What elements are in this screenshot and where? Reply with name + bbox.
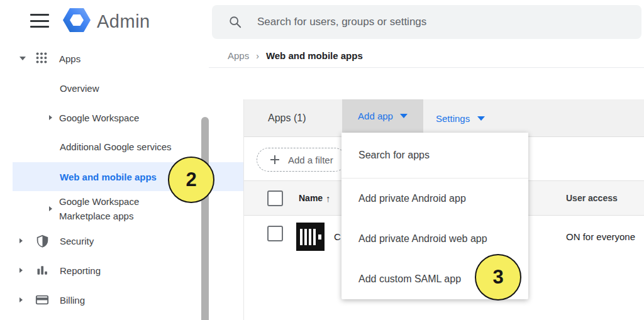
sidebar-item-security[interactable]: Security — [0, 226, 209, 255]
menu-item-add-private-android-web-app[interactable]: Add private Android web app — [341, 219, 528, 259]
sidebar-item-overview[interactable]: Overview — [0, 74, 269, 102]
sidebar-item-label: Reporting — [60, 265, 101, 276]
search-icon — [228, 15, 242, 29]
bar-chart-icon — [35, 264, 49, 277]
apps-count-title: Apps (1) — [268, 99, 306, 137]
sidebar-item-apps[interactable]: Apps — [0, 44, 209, 73]
chevron-right-icon[interactable] — [19, 268, 23, 273]
sidebar-item-billing[interactable]: Billing — [0, 285, 209, 314]
add-app-button[interactable]: Add app — [342, 99, 423, 133]
sidebar-item-google-workspace[interactable]: Google Workspace — [0, 103, 258, 132]
brand-title: Admin — [97, 11, 150, 32]
sidebar-item-label: Google Workspace Marketplace apps — [59, 194, 155, 224]
settings-label: Settings — [436, 113, 470, 124]
menu-item-add-private-android-app[interactable]: Add private Android app — [341, 179, 528, 219]
header-divider — [209, 67, 644, 68]
apps-grid-icon — [35, 51, 48, 67]
row-checkbox[interactable] — [267, 226, 283, 241]
app-name-cell[interactable]: C — [334, 216, 341, 257]
menu-item-search-for-apps[interactable]: Search for apps — [341, 133, 528, 178]
breadcrumb-current: Web and mobile apps — [266, 50, 363, 61]
user-access-column-header: User access — [566, 181, 618, 215]
sidebar-item-label: Billing — [60, 295, 85, 306]
admin-hexagon-icon — [63, 8, 91, 35]
shield-icon — [35, 234, 49, 248]
annotation-step-2-badge: 2 — [168, 157, 214, 203]
add-app-label: Add app — [358, 111, 393, 121]
sidebar-scrollbar[interactable] — [201, 117, 209, 320]
sort-ascending-icon[interactable]: ↑ — [326, 181, 331, 215]
name-column-header[interactable]: Name — [299, 181, 323, 215]
chevron-down-icon[interactable] — [19, 57, 26, 60]
search-input[interactable] — [256, 15, 611, 29]
select-all-checkbox[interactable] — [267, 190, 283, 206]
menu-hamburger-icon[interactable] — [30, 14, 49, 28]
chevron-right-icon[interactable] — [19, 238, 23, 243]
sidebar-item-label: Apps — [59, 53, 80, 64]
sidebar-item-label: Google Workspace — [59, 113, 139, 123]
admin-logo[interactable]: Admin — [63, 8, 150, 35]
chevron-right-icon[interactable] — [49, 115, 52, 120]
user-access-cell: ON for everyone — [566, 216, 635, 257]
sidebar-item-label: Web and mobile apps — [60, 172, 157, 182]
sidebar-item-additional-google-services[interactable]: Additional Google services — [0, 132, 269, 161]
chevron-down-icon — [400, 114, 408, 118]
global-search[interactable] — [212, 5, 641, 39]
sidebar-item-label: Security — [60, 236, 94, 246]
apps-toolbar: Apps (1) Add app Settings — [244, 99, 644, 137]
settings-button[interactable]: Settings — [430, 99, 491, 137]
plus-icon — [270, 155, 280, 165]
chevron-right-icon[interactable] — [49, 206, 52, 211]
add-filter-button[interactable]: Add a filter — [257, 148, 347, 172]
app-logo-icon — [296, 223, 325, 251]
sidebar-item-label: Additional Google services — [60, 141, 172, 152]
sidebar-item-reporting[interactable]: Reporting — [0, 256, 209, 285]
sidebar-item-label: Overview — [60, 83, 99, 94]
chevron-right-icon[interactable] — [19, 297, 23, 302]
sidebar-item-marketplace-apps[interactable]: Google Workspace Marketplace apps — [0, 191, 258, 226]
annotation-step-3-badge: 3 — [475, 254, 521, 301]
credit-card-icon — [35, 293, 49, 307]
add-filter-label: Add a filter — [288, 155, 333, 165]
chevron-down-icon — [477, 116, 485, 121]
breadcrumb-apps-link[interactable]: Apps — [228, 50, 249, 61]
breadcrumb-separator: › — [256, 51, 259, 61]
breadcrumb: Apps › Web and mobile apps — [228, 50, 363, 61]
google-admin-console: Admin Apps › Web and mobile apps Apps Ov… — [0, 0, 644, 320]
